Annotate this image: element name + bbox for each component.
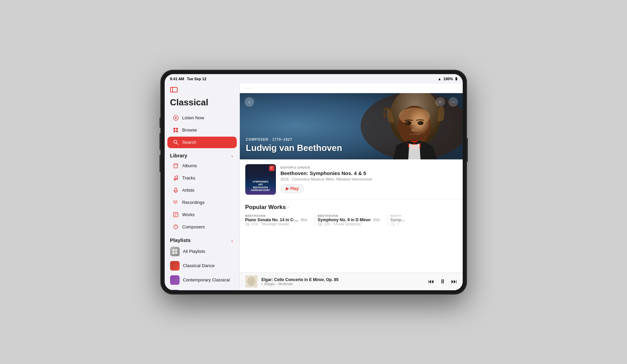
work-title-row-0: Piano Sonata No. 14 in C-Sharp Minor 854…	[245, 218, 309, 222]
browse-label: Browse	[182, 127, 197, 133]
compass-icon	[173, 224, 179, 230]
contemporary-classical-label: Contemporary Classical	[183, 277, 230, 282]
work-item-2[interactable]: BEETH Symp... Op. 9...	[390, 214, 457, 226]
composers-label: Composers	[182, 224, 205, 229]
power-button[interactable]	[466, 138, 468, 162]
grid-icon	[173, 127, 179, 133]
classical-dance-label: Classical Dance	[183, 263, 215, 268]
work-sub-2: Op. 9...	[390, 222, 454, 226]
playlists-chevron-icon[interactable]: ⌄	[230, 238, 234, 243]
main-content: ···	[240, 84, 463, 290]
back-icon: ‹	[248, 99, 250, 105]
all-playlists-thumb	[170, 247, 180, 256]
sidebar-item-listen-now[interactable]: Listen Now	[167, 112, 237, 124]
time-display: 9:41 AM	[170, 77, 184, 81]
sidebar-item-tracks[interactable]: Tracks	[167, 172, 237, 184]
tracks-label: Tracks	[182, 175, 196, 180]
sidebar-item-recordings[interactable]: Recordings	[167, 197, 237, 208]
album-meta: 2016 · Concentus Musicus Wien, Nikolaus …	[281, 177, 457, 181]
popular-works-section: Popular Works › BEETHOVEN Piano Sonata N…	[240, 200, 463, 229]
rewind-button[interactable]: ⏮	[428, 278, 434, 285]
works-icon	[173, 212, 179, 218]
status-bar-right: ▲ 100% ▮	[438, 76, 457, 81]
work-sub-1: Op. 125 · "Choral Symphony"	[318, 222, 382, 226]
volume-down-button[interactable]	[160, 155, 161, 172]
recordings-label: Recordings	[182, 200, 205, 205]
svg-rect-14	[175, 188, 177, 191]
svg-point-33	[406, 122, 409, 124]
wifi-icon: ▲	[438, 77, 441, 81]
work-count-0: 854 ›	[301, 218, 309, 222]
hero-back-button[interactable]: ‹	[245, 97, 254, 107]
sidebar-item-search[interactable]: Search	[167, 137, 237, 148]
play-circle-icon	[173, 115, 179, 121]
sidebar-app-title: Classical	[165, 95, 240, 112]
all-playlists-label: All Playlists	[183, 249, 205, 254]
svg-point-21	[176, 227, 176, 227]
works-label: Works	[182, 212, 195, 217]
status-bar-left: 9:41 AM Tue Sep 12	[170, 77, 207, 81]
work-item-1[interactable]: BEETHOVEN Symphony No. 9 in D Minor 659 …	[318, 214, 384, 226]
work-item-0[interactable]: BEETHOVEN Piano Sonata No. 14 in C-Sharp…	[245, 214, 312, 226]
contemporary-classical-thumb	[170, 275, 180, 285]
date-display: Tue Sep 12	[187, 77, 206, 81]
more-icon: ···	[451, 99, 455, 104]
sidebar-item-women-classical[interactable]: Women in Classical Music	[165, 287, 240, 290]
status-bar: 9:41 AM Tue Sep 12 ▲ 100% ▮	[165, 74, 463, 84]
library-section-header: Library ⌄	[165, 149, 240, 160]
badge-text: F	[271, 167, 272, 169]
volume-toggle-button[interactable]	[160, 118, 161, 128]
editors-choice-label: EDITOR'S CHOICE	[281, 166, 457, 169]
albums-label: Albums	[182, 163, 197, 168]
play-button[interactable]: ▶ Play	[281, 184, 304, 193]
sidebar-item-classical-dance[interactable]: Classical Dance	[165, 259, 240, 273]
favorite-button[interactable]: ☆	[435, 97, 445, 107]
more-options-button[interactable]: ···	[448, 97, 458, 107]
album-title: Beethoven: Symphonies Nos. 4 & 5	[281, 170, 457, 176]
library-title: Library	[170, 153, 187, 158]
sidebar-item-artists[interactable]: Artists	[167, 185, 237, 196]
popular-works-chevron-icon[interactable]: ›	[287, 205, 289, 210]
work-count-1: 659 ›	[373, 218, 382, 222]
play-triangle-icon: ▶	[286, 186, 289, 191]
album-badge: F	[269, 166, 275, 171]
svg-point-30	[399, 108, 430, 125]
sidebar-item-browse[interactable]: Browse	[167, 124, 237, 136]
svg-point-34	[418, 122, 421, 124]
svg-rect-6	[174, 131, 176, 133]
svg-rect-10	[174, 164, 178, 168]
pause-button[interactable]: ⏸	[440, 278, 446, 285]
topbar-dots-indicator: ···	[245, 85, 252, 91]
sidebar-item-albums[interactable]: Albums	[167, 160, 237, 172]
women-classical-label: Women in Classical Music	[183, 290, 234, 290]
sidebar-item-composers[interactable]: Composers	[167, 221, 237, 233]
work-title-2: Symp...	[390, 218, 454, 222]
album-icon	[173, 163, 179, 169]
battery-icon: ▮	[455, 76, 457, 81]
now-playing-title: Elgar: Cello Concerto in E Minor, Op. 85	[262, 277, 424, 282]
svg-rect-4	[174, 128, 176, 130]
work-title-row-2: Symp...	[390, 218, 454, 222]
sidebar-toggle-area	[165, 84, 240, 95]
svg-point-13	[176, 178, 178, 179]
search-icon	[173, 139, 179, 145]
editors-choice-section: SYMPHONIES4&5BEETHOVENHARNONCOURT F EDIT…	[240, 159, 463, 200]
sidebar-item-contemporary-classical[interactable]: Contemporary Classical	[165, 273, 240, 287]
album-art: SYMPHONIES4&5BEETHOVENHARNONCOURT F	[245, 164, 276, 195]
svg-text:♪: ♪	[251, 280, 252, 283]
sidebar-toggle-button[interactable]	[170, 87, 234, 94]
svg-rect-23	[175, 249, 177, 251]
library-chevron-icon[interactable]: ⌄	[230, 153, 234, 158]
now-playing-bar: ♪ Elgar: Cello Concerto in E Minor, Op. …	[240, 273, 463, 290]
star-icon: ☆	[438, 99, 442, 104]
artists-label: Artists	[182, 188, 195, 193]
now-playing-album-art: ♪	[245, 275, 258, 288]
sidebar-item-works[interactable]: Works	[167, 209, 237, 221]
fast-forward-button[interactable]: ⏭	[451, 278, 457, 285]
main-topbar: ···	[240, 84, 463, 93]
sidebar-item-all-playlists[interactable]: All Playlists	[165, 244, 240, 259]
hero-section: ‹ ☆ ··· COMPOSER · 1770–1827 Ludwig van …	[240, 93, 463, 159]
app-body: Classical Listen Now Browse	[165, 84, 463, 290]
now-playing-info: Elgar: Cello Concerto in E Minor, Op. 85…	[262, 277, 424, 286]
volume-up-button[interactable]	[160, 133, 161, 150]
